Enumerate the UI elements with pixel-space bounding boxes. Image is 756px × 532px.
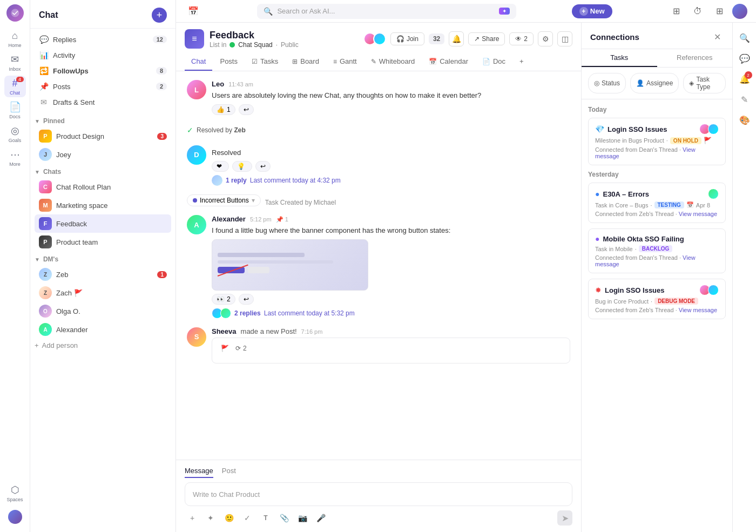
camera-tool-button[interactable]: 📷 xyxy=(295,510,310,526)
send-button[interactable]: ➤ xyxy=(557,510,572,526)
connections-panel-header: Connections ✕ xyxy=(582,23,732,49)
product-team-icon: P xyxy=(39,235,52,248)
sidebar-item-chat[interactable]: 4 # Chat xyxy=(4,76,26,97)
channel-product-design[interactable]: P Product Design 3 xyxy=(35,127,171,145)
sidebar-item-more[interactable]: ⋯ More xyxy=(4,147,26,169)
share-button[interactable]: ↗ Share xyxy=(468,32,505,45)
add-person-button[interactable]: + Add person xyxy=(30,339,176,352)
e30a-view-link[interactable]: View message xyxy=(679,211,717,217)
tab-tasks-panel[interactable]: Tasks xyxy=(582,49,657,67)
search-bar[interactable]: 🔍 Search or Ask AI... ✦ xyxy=(257,4,516,19)
tab-tasks[interactable]: ☑ Tasks xyxy=(245,53,285,71)
user-profile-avatar[interactable] xyxy=(732,4,747,19)
app-logo[interactable] xyxy=(6,4,24,22)
sparkle-tool-button[interactable]: ✦ xyxy=(203,510,218,526)
sidebar-item-spaces[interactable]: ⬡ Spaces xyxy=(4,482,26,504)
dm-zeb[interactable]: Z Zeb 1 xyxy=(35,265,171,284)
tab-references-panel[interactable]: References xyxy=(657,49,733,67)
text-tool-button[interactable]: T xyxy=(258,510,273,526)
notification-bell-button[interactable]: 🔔 xyxy=(449,31,464,46)
settings-button[interactable]: ⚙ xyxy=(538,31,553,46)
posts-icon: 📌 xyxy=(39,82,49,91)
apps-icon[interactable]: ⊞ xyxy=(711,3,728,20)
dm-olga[interactable]: O Olga O. xyxy=(35,302,171,320)
channel-marketing-space[interactable]: M Marketing space xyxy=(35,196,171,214)
reaction-reply2[interactable]: ↩ xyxy=(255,161,271,172)
sidebar-toggle-button[interactable]: ◫ xyxy=(557,31,572,46)
timer-icon[interactable]: ⏱ xyxy=(689,3,706,20)
tab-whiteboard[interactable]: ✎ Whiteboard xyxy=(364,53,421,71)
message-alexander: A Alexander 5:12 pm 📌 1 I found a little… xyxy=(187,215,570,319)
view-button[interactable]: 👁 2 xyxy=(509,32,534,45)
channel-joey[interactable]: J Joey xyxy=(35,145,171,164)
calendar-icon[interactable]: 📅 xyxy=(185,3,202,20)
task-tag[interactable]: Incorrect Buttons ▾ xyxy=(187,194,261,206)
dm-alexander[interactable]: A Alexander xyxy=(35,320,171,339)
join-button[interactable]: 🎧 Join xyxy=(390,32,424,45)
tab-chat[interactable]: Chat xyxy=(185,53,212,71)
message-input-box[interactable]: Write to Chat Product xyxy=(185,482,572,506)
alex-reply-info[interactable]: 2 replies Last comment today at 5:32 pm xyxy=(212,308,570,319)
sidebar-item-inbox[interactable]: ✉ Inbox xyxy=(4,52,26,73)
reaction-heart[interactable]: ❤ xyxy=(212,161,229,172)
pencil-side-button[interactable]: ✎ xyxy=(736,91,753,108)
new-chat-button[interactable]: + xyxy=(152,8,167,23)
channel-product-team[interactable]: P Product team xyxy=(35,233,171,251)
sidebar-item-profile[interactable] xyxy=(4,506,26,528)
nav-posts[interactable]: 📌 Posts 2 xyxy=(35,79,171,94)
dean-reply-info[interactable]: 1 reply Last comment today at 4:32 pm xyxy=(212,175,570,186)
notifications-side-button[interactable]: 🔔 2 xyxy=(736,70,753,87)
palette-side-button[interactable]: 🎨 xyxy=(736,111,753,129)
emoji-tool-button[interactable]: 🙂 xyxy=(221,510,237,526)
close-panel-button[interactable]: ✕ xyxy=(711,30,724,43)
attachment-tool-button[interactable]: 📎 xyxy=(276,510,292,526)
sidebar-item-home[interactable]: ⌂ Home xyxy=(4,28,26,50)
reaction-reply[interactable]: ↩ xyxy=(239,104,254,115)
input-tab-post[interactable]: Post xyxy=(222,467,236,478)
filter-assignee[interactable]: 👤 Assignee xyxy=(630,73,679,93)
grid-icon[interactable]: ⊞ xyxy=(667,3,685,20)
channel-chat-rollout[interactable]: C Chat Rollout Plan xyxy=(35,178,171,196)
sidebar-item-docs[interactable]: 📄 Docs xyxy=(4,99,26,121)
tab-gantt[interactable]: ≡ Gantt xyxy=(327,53,363,71)
new-button[interactable]: + New xyxy=(572,4,612,18)
nav-replies[interactable]: 💬 Replies 12 xyxy=(35,32,171,47)
reaction-thumbs[interactable]: 👍 1 xyxy=(212,104,235,115)
filter-task-type[interactable]: ◈ Task Type xyxy=(683,73,726,93)
pinned-section-header[interactable]: ▼ Pinned xyxy=(30,113,176,127)
plus-tool-button[interactable]: + xyxy=(185,510,200,526)
reaction-reply3[interactable]: ↩ xyxy=(239,294,254,305)
chats-section-header[interactable]: ▼ Chats xyxy=(30,164,176,178)
login-sso-debug-link: Connected from Zeb's Thread · View messa… xyxy=(595,307,719,313)
tab-add[interactable]: + xyxy=(513,53,530,71)
sidebar-item-goals[interactable]: ◎ Goals xyxy=(4,123,26,145)
goals-icon: ◎ xyxy=(11,125,19,137)
chat-header-subtitle: List in Chat Squad · Public xyxy=(210,41,299,49)
tab-posts[interactable]: Posts xyxy=(213,53,244,71)
tab-doc[interactable]: 📄 Doc xyxy=(476,53,512,71)
mobile-okta-view-link[interactable]: View message xyxy=(595,254,696,267)
members-avatars xyxy=(363,32,386,45)
input-tab-message[interactable]: Message xyxy=(185,467,213,478)
login-sso-debug-view-link[interactable]: View message xyxy=(679,307,717,313)
login-sso-view-link[interactable]: View message xyxy=(595,146,696,159)
nav-activity[interactable]: 📊 Activity xyxy=(35,48,171,63)
mic-tool-button[interactable]: 🎤 xyxy=(313,510,328,526)
nav-followups[interactable]: 🔁 FollowUps 8 xyxy=(35,63,171,78)
channel-feedback[interactable]: F Feedback xyxy=(35,214,171,233)
connection-e30a: ● E30A – Errors Task in Core – Bugs · TE… xyxy=(588,183,726,223)
reaction-eyes[interactable]: 👀 2 xyxy=(212,294,235,305)
checklist-tool-button[interactable]: ✓ xyxy=(240,510,255,526)
chat-side-button[interactable]: 💬 xyxy=(736,50,753,67)
pinned-arrow: ▼ xyxy=(35,118,40,124)
nav-drafts[interactable]: ✉ Drafts & Sent xyxy=(35,95,171,110)
filter-status[interactable]: ◎ Status xyxy=(588,73,626,93)
tab-calendar[interactable]: 📅 Calendar xyxy=(422,53,475,71)
alexander-avatar: A xyxy=(39,323,52,336)
dm-zach[interactable]: Z Zach 🚩 xyxy=(35,284,171,302)
search-side-button[interactable]: 🔍 xyxy=(736,29,753,46)
dms-section-header[interactable]: ▼ DM's xyxy=(30,251,176,265)
reaction-bulb[interactable]: 💡 xyxy=(232,161,252,172)
status-filter-icon: ◎ xyxy=(594,79,599,87)
tab-board[interactable]: ⊞ Board xyxy=(286,53,326,71)
